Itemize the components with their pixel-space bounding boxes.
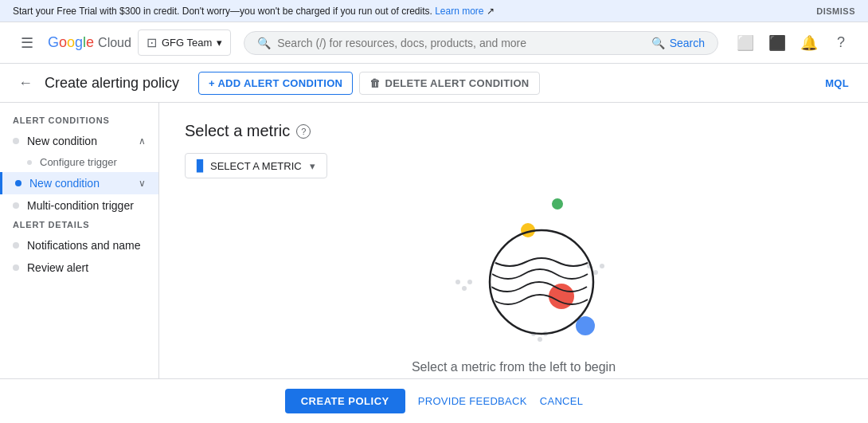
search-button-icon: 🔍 [651,37,665,49]
search-button[interactable]: 🔍 Search [651,37,705,49]
content-area: Select a metric ? ▊ SELECT A METRIC ▾ [159,103,868,378]
search-icon: 🔍 [257,37,271,49]
sidebar-item-multi-condition[interactable]: Multi-condition trigger [0,194,158,217]
svg-point-5 [462,286,467,291]
cancel-button[interactable]: CANCEL [540,395,584,407]
delete-alert-condition-button[interactable]: 🗑 DELETE ALERT CONDITION [359,72,539,95]
mql-button[interactable]: MQL [819,72,855,94]
chevron-down-icon: ▾ [310,160,315,172]
team-name: GFG Team [162,37,212,49]
notifications-bell-icon[interactable]: 🔔 [795,29,823,57]
alert-conditions-label: ALERT CONDITIONS [0,112,158,130]
page-title: Create alerting policy [45,75,179,92]
sidebar-item-label: Notifications and name [27,239,140,252]
help-tooltip-icon[interactable]: ? [296,124,311,139]
learn-more-link[interactable]: Learn more [435,6,483,17]
header: ☰ Google Cloud ⊡ GFG Team ▾ 🔍 🔍 Search ⬜… [0,22,868,64]
metric-header: Select a metric ? [185,122,843,140]
sidebar-dot [13,242,19,249]
alert-details-label: ALERT DETAILS [0,217,158,234]
svg-point-0 [552,198,563,210]
svg-point-4 [456,280,460,284]
back-button[interactable]: ← [13,70,38,96]
sidebar-dot [13,138,19,144]
sidebar-item-label: Multi-condition trigger [27,199,134,212]
sidebar-dot [13,202,19,209]
sidebar-dot-active [15,180,22,186]
empty-state-illustration [410,178,617,354]
sidebar: ALERT CONDITIONS New condition ∧ Configu… [0,103,159,378]
main-content: ALERT CONDITIONS New condition ∧ Configu… [0,103,868,378]
hamburger-menu-button[interactable]: ☰ [13,29,41,57]
sidebar-item-new-condition-1[interactable]: New condition ∧ [0,130,158,152]
provide-feedback-button[interactable]: PROVIDE FEEDBACK [418,395,527,407]
cloud-shell-icon[interactable]: ⬛ [763,29,792,57]
search-input[interactable] [277,37,644,49]
illustration-text: Select a metric from the left to begin [412,360,616,374]
header-left: ☰ Google Cloud ⊡ GFG Team ▾ [13,29,231,57]
team-selector[interactable]: ⊡ GFG Team ▾ [138,29,231,56]
svg-point-9 [600,264,604,268]
header-icons: ⬜ ⬛ 🔔 ? [731,29,855,57]
svg-point-2 [549,284,574,309]
google-cloud-logo: Google Cloud [48,34,131,51]
delete-icon: 🗑 [369,77,380,89]
notifications-support-icon[interactable]: ⬜ [731,29,760,57]
footer: CREATE POLICY PROVIDE FEEDBACK CANCEL [0,378,868,423]
sub-header: ← Create alerting policy + ADD ALERT CON… [0,64,868,103]
sidebar-dot [27,160,32,165]
sidebar-item-notifications[interactable]: Notifications and name [0,234,158,257]
sidebar-item-review[interactable]: Review alert [0,257,158,279]
chevron-down-icon: ∨ [139,178,146,189]
chevron-up-icon: ∧ [139,135,146,147]
help-icon[interactable]: ? [827,29,855,57]
select-metric-button[interactable]: ▊ SELECT A METRIC ▾ [185,153,327,178]
sidebar-sub-item-configure-trigger[interactable]: Configure trigger [0,152,158,172]
dismiss-button[interactable]: DISMISS [816,6,855,16]
chevron-down-icon: ▾ [217,37,222,49]
svg-point-11 [538,337,542,342]
banner-text: Start your Free Trial with $300 in credi… [13,6,495,17]
content-body: Select a metric ? ▊ SELECT A METRIC ▾ [159,103,868,378]
sidebar-item-new-condition-2[interactable]: New condition ∨ [0,172,158,194]
sidebar-dot [13,264,19,271]
create-policy-button[interactable]: CREATE POLICY [285,389,405,413]
top-banner: Start your Free Trial with $300 in credi… [0,0,868,22]
search-bar: 🔍 🔍 Search [244,31,718,55]
metric-title: Select a metric [185,122,290,140]
sidebar-item-label-active: New condition [29,177,100,190]
team-icon: ⊡ [147,35,157,50]
sidebar-item-label: New condition [27,135,97,147]
chart-icon: ▊ [197,159,205,172]
sidebar-sub-item-label: Configure trigger [40,156,117,168]
sidebar-item-label: Review alert [27,261,88,274]
svg-point-8 [593,270,598,275]
illustration: Select a metric from the left to begin [185,178,843,378]
add-alert-condition-button[interactable]: + ADD ALERT CONDITION [198,72,353,95]
svg-point-6 [467,280,472,284]
